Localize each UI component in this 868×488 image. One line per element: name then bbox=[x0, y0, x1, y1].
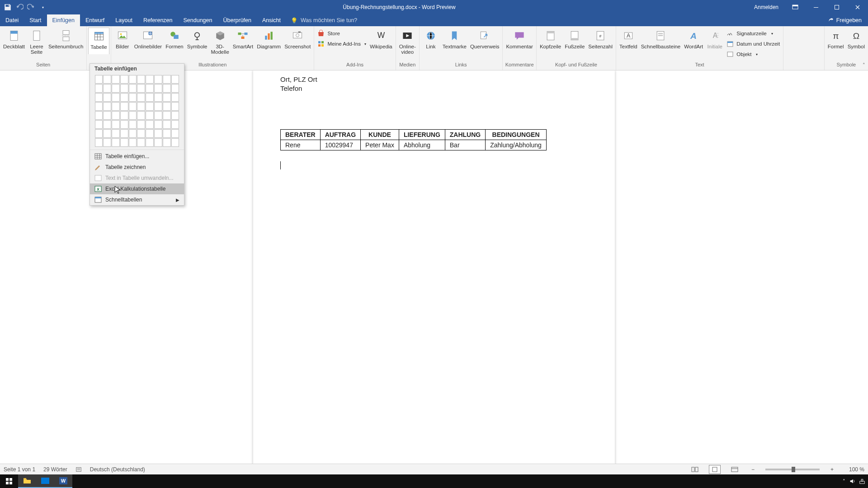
menu-draw-table[interactable]: Tabelle zeichnen bbox=[90, 162, 184, 173]
document-page[interactable]: Ort, PLZ Ort Telefon BERATER AUFTRAG KUN… bbox=[253, 70, 615, 477]
wordart-icon: A bbox=[686, 28, 701, 43]
signaturzeile-button[interactable]: Signaturzeile▾ bbox=[726, 28, 780, 38]
sign-in-link[interactable]: Anmelden bbox=[748, 4, 785, 10]
svg-rect-19 bbox=[245, 33, 248, 35]
status-words[interactable]: 29 Wörter bbox=[43, 466, 67, 473]
tab-start[interactable]: Start bbox=[24, 14, 47, 26]
taskbar-app-1[interactable] bbox=[36, 474, 54, 488]
table-size-grid[interactable] bbox=[90, 75, 184, 149]
taskbar-explorer[interactable] bbox=[18, 474, 36, 488]
tab-ansicht[interactable]: Ansicht bbox=[257, 14, 286, 26]
3d-modelle-button[interactable]: 3D- Modelle bbox=[209, 28, 231, 56]
tray-network-icon[interactable] bbox=[859, 478, 865, 484]
link-button[interactable]: Link bbox=[421, 28, 441, 50]
formel-button[interactable]: πFormel bbox=[826, 28, 846, 50]
tab-ueberpruefen[interactable]: Überprüfen bbox=[217, 14, 257, 26]
svg-rect-21 bbox=[265, 36, 267, 40]
bilder-button[interactable]: Bilder bbox=[113, 28, 132, 50]
share-button[interactable]: Freigeben bbox=[821, 14, 868, 26]
blank-page-icon bbox=[29, 28, 44, 43]
store-button[interactable]: Store bbox=[317, 28, 366, 38]
submenu-arrow-icon: ▶ bbox=[176, 197, 179, 202]
schnellbausteine-button[interactable]: Schnellbausteine bbox=[639, 28, 683, 50]
col-header-bedingungen: BEDINGUNGEN bbox=[486, 130, 547, 140]
leere-seite-button[interactable]: Leere Seite bbox=[27, 28, 47, 56]
tab-einfuegen[interactable]: Einfügen bbox=[47, 14, 80, 26]
collapse-ribbon-icon[interactable]: ˄ bbox=[863, 62, 865, 68]
zoom-in-button[interactable]: + bbox=[828, 466, 836, 473]
deckblatt-button[interactable]: Deckblatt bbox=[1, 28, 27, 50]
taskbar-word[interactable]: W bbox=[54, 474, 72, 488]
symbole-button[interactable]: Symbole bbox=[185, 28, 209, 50]
textfeld-button[interactable]: ATextfeld bbox=[618, 28, 639, 50]
group-medien: Online- video Medien bbox=[396, 26, 420, 70]
initiale-button[interactable]: AInitiale bbox=[705, 28, 725, 50]
svg-rect-67 bbox=[9, 482, 12, 484]
svg-text:Ω: Ω bbox=[853, 31, 859, 41]
pictures-icon bbox=[115, 28, 130, 43]
tab-entwurf[interactable]: Entwurf bbox=[80, 14, 110, 26]
undo-icon[interactable] bbox=[15, 3, 24, 11]
objekt-button[interactable]: Objekt▾ bbox=[726, 49, 780, 59]
textmarke-button[interactable]: Textmarke bbox=[441, 28, 468, 50]
svg-rect-30 bbox=[321, 44, 324, 47]
svg-rect-36 bbox=[547, 31, 554, 33]
tell-me-search[interactable]: 💡 Was möchten Sie tun? bbox=[286, 14, 362, 26]
svg-rect-22 bbox=[268, 33, 269, 40]
share-label: Freigeben bbox=[836, 17, 862, 23]
zoom-slider[interactable] bbox=[765, 469, 820, 470]
querverweis-button[interactable]: Querverweis bbox=[468, 28, 501, 50]
status-page[interactable]: Seite 1 von 1 bbox=[4, 466, 35, 473]
view-web-layout[interactable] bbox=[729, 465, 741, 474]
group-label-links: Links bbox=[420, 62, 503, 70]
tabelle-button[interactable]: Tabelle bbox=[88, 28, 109, 54]
tab-layout[interactable]: Layout bbox=[110, 14, 138, 26]
view-print-layout[interactable] bbox=[709, 465, 721, 474]
maximize-button[interactable] bbox=[826, 0, 847, 14]
seitenumbruch-button[interactable]: Seitenumbruch bbox=[47, 28, 85, 50]
cell-kunde: Peter Max bbox=[361, 140, 399, 150]
redo-icon[interactable] bbox=[27, 3, 35, 11]
minimize-button[interactable] bbox=[806, 0, 826, 14]
table-menu-header: Tabelle einfügen bbox=[90, 64, 184, 75]
menu-quick-tables[interactable]: Schnelltabellen▶ bbox=[90, 194, 184, 205]
screenshot-button[interactable]: Screenshot bbox=[283, 28, 312, 50]
onlinebilder-button[interactable]: Onlinebilder bbox=[132, 28, 164, 50]
status-proofing-icon[interactable] bbox=[75, 466, 82, 473]
kopfzeile-button[interactable]: Kopfzeile bbox=[538, 28, 563, 50]
signature-icon bbox=[726, 30, 734, 37]
menu-excel-spreadsheet[interactable]: XExcel-Kalkulationstabelle bbox=[90, 183, 184, 194]
zoom-level[interactable]: 100 % bbox=[844, 466, 864, 473]
tray-chevron-icon[interactable]: ˄ bbox=[843, 479, 845, 484]
start-button[interactable] bbox=[0, 474, 18, 488]
kommentar-button[interactable]: Kommentar bbox=[504, 28, 534, 50]
wikipedia-button[interactable]: WWikipedia bbox=[368, 28, 394, 50]
onlinevideo-button[interactable]: Online- video bbox=[397, 28, 418, 56]
zoom-out-button[interactable]: − bbox=[749, 466, 757, 473]
menu-insert-table[interactable]: Tabelle einfügen... bbox=[90, 151, 184, 162]
ribbon-display-icon[interactable] bbox=[785, 0, 806, 14]
view-read-mode[interactable] bbox=[689, 465, 701, 474]
wordart-button[interactable]: AWordArt bbox=[682, 28, 705, 50]
tab-referenzen[interactable]: Referenzen bbox=[138, 14, 178, 26]
header-icon bbox=[543, 28, 558, 43]
my-addins-button[interactable]: Meine Add-Ins▾ bbox=[317, 39, 366, 49]
diagramm-button[interactable]: Diagramm bbox=[255, 28, 283, 50]
window-title: Übung-Rechnungstellung.docx - Word Previ… bbox=[51, 4, 748, 10]
close-button[interactable] bbox=[847, 0, 868, 14]
group-kommentare: Kommentar Kommentare bbox=[503, 26, 536, 70]
datum-uhrzeit-button[interactable]: Datum und Uhrzeit bbox=[726, 39, 780, 49]
tab-sendungen[interactable]: Sendungen bbox=[178, 14, 218, 26]
fusszeile-button[interactable]: Fußzeile bbox=[563, 28, 586, 50]
seitenzahl-button[interactable]: #Seitenzahl bbox=[586, 28, 614, 50]
qat-more-icon[interactable]: ▾ bbox=[39, 3, 47, 11]
svg-rect-58 bbox=[95, 197, 101, 198]
tray-volume-icon[interactable] bbox=[849, 478, 855, 484]
smartart-button[interactable]: SmartArt bbox=[231, 28, 255, 50]
save-icon[interactable] bbox=[4, 3, 12, 11]
status-language[interactable]: Deutsch (Deutschland) bbox=[90, 466, 145, 473]
formen-button[interactable]: Formen bbox=[164, 28, 185, 50]
tab-datei[interactable]: Datei bbox=[0, 14, 24, 26]
svg-rect-3 bbox=[835, 5, 839, 9]
symbol-button[interactable]: ΩSymbol bbox=[846, 28, 867, 50]
